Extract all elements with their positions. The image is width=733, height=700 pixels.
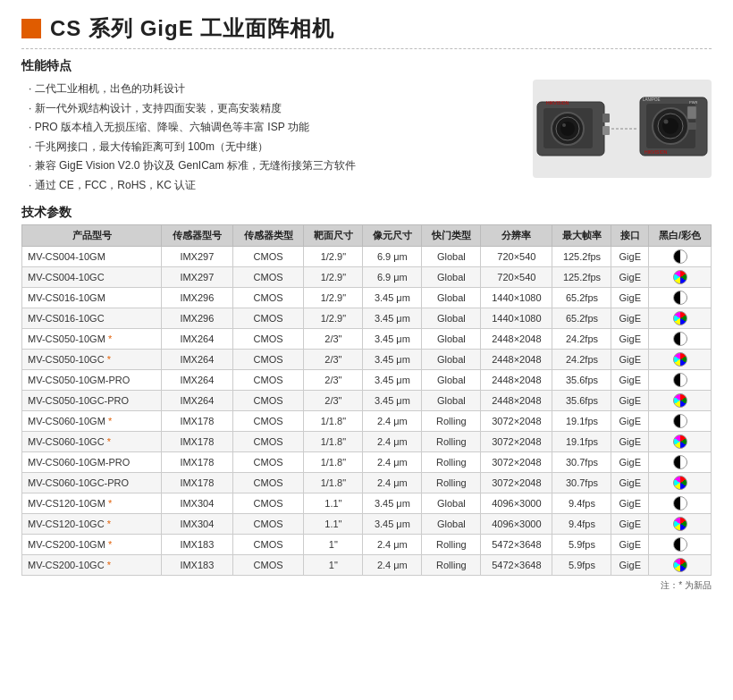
cell-shutter: Global (422, 390, 481, 410)
cell-type: CMOS (232, 390, 304, 410)
cell-pixel: 3.45 μm (363, 328, 422, 349)
new-mark: * (107, 354, 111, 365)
svg-rect-6 (602, 114, 610, 122)
cell-fps: 19.1fps (552, 431, 611, 451)
note-text: 注：* 为新品 (21, 579, 712, 592)
cell-type: CMOS (232, 308, 304, 328)
cell-pixel: 3.45 μm (363, 390, 422, 410)
cell-size: 1" (304, 534, 363, 554)
color-icon (673, 352, 687, 367)
cell-fps: 30.7fps (552, 472, 611, 493)
cell-model: MV-CS050-10GM * (22, 328, 162, 349)
cell-resolution: 2448×2048 (481, 390, 552, 410)
svg-point-14 (664, 120, 669, 124)
cell-color (649, 451, 712, 472)
cell-type: CMOS (232, 410, 304, 431)
cell-model: MV-CS060-10GM * (22, 410, 162, 431)
cell-type: CMOS (232, 349, 304, 369)
table-col-header: 黑白/彩色 (649, 224, 712, 246)
cell-type: CMOS (232, 493, 304, 513)
table-row: MV-CS050-10GC-PROIMX264CMOS2/3"3.45 μmGl… (22, 390, 712, 410)
cell-color (649, 513, 712, 534)
table-row: MV-CS060-10GC *IMX178CMOS1/1.8"2.4 μmRol… (22, 431, 712, 451)
table-row: MV-CS016-10GMIMX296CMOS1/2.9"3.45 μmGlob… (22, 287, 712, 308)
cell-interface: GigE (611, 410, 649, 431)
cell-type: CMOS (232, 266, 304, 287)
cell-color (649, 308, 712, 328)
cell-model: MV-CS060-10GC-PRO (22, 472, 162, 493)
cell-pixel: 2.4 μm (363, 554, 422, 575)
table-row: MV-CS016-10GCIMX296CMOS1/2.9"3.45 μmGlob… (22, 308, 712, 328)
table-row: MV-CS050-10GM-PROIMX264CMOS2/3"3.45 μmGl… (22, 369, 712, 390)
cell-color (649, 431, 712, 451)
bw-icon (673, 496, 687, 510)
feature-item: 二代工业相机，出色的功耗设计 (21, 80, 518, 99)
svg-text:PWR: PWR (689, 100, 697, 105)
specs-table: 产品型号传感器型号传感器类型靶面尺寸像元尺寸快门类型分辨率最大帧率接口黑白/彩色… (21, 224, 712, 576)
cell-fps: 65.2fps (552, 308, 611, 328)
table-row: MV-CS060-10GM *IMX178CMOS1/1.8"2.4 μmRol… (22, 410, 712, 431)
color-icon (673, 434, 687, 449)
cell-pixel: 2.4 μm (363, 534, 422, 554)
new-mark: * (108, 539, 112, 550)
cell-model: MV-CS016-10GC (22, 308, 162, 328)
cell-model: MV-CS004-10GM (22, 246, 162, 266)
table-col-header: 分辨率 (481, 224, 552, 246)
cell-fps: 65.2fps (552, 287, 611, 308)
cell-size: 1/2.9" (304, 246, 363, 266)
cell-size: 2/3" (304, 349, 363, 369)
cell-model: MV-CS050-10GM-PRO (22, 369, 162, 390)
cell-pixel: 3.45 μm (363, 287, 422, 308)
cell-size: 1/1.8" (304, 472, 363, 493)
page-header: CS 系列 GigE 工业面阵相机 (21, 14, 712, 49)
cell-resolution: 720×540 (481, 246, 552, 266)
cell-size: 1/2.9" (304, 266, 363, 287)
cell-sensor: IMX264 (162, 349, 233, 369)
cell-color (649, 266, 712, 287)
camera-svg: HIKVISION LAN/POE PWR HIKVISION (533, 80, 712, 178)
cell-interface: GigE (611, 308, 649, 328)
cell-shutter: Global (422, 513, 481, 534)
cell-type: CMOS (232, 287, 304, 308)
cell-sensor: IMX297 (162, 246, 233, 266)
bw-icon (673, 537, 687, 552)
table-col-header: 快门类型 (422, 224, 481, 246)
cell-shutter: Rolling (422, 554, 481, 575)
cell-model: MV-CS016-10GM (22, 287, 162, 308)
svg-text:LAN/POE: LAN/POE (643, 97, 661, 102)
cell-model: MV-CS200-10GC * (22, 554, 162, 575)
cell-type: CMOS (232, 451, 304, 472)
cell-resolution: 720×540 (481, 266, 552, 287)
new-mark: * (107, 519, 111, 529)
cell-color (649, 493, 712, 513)
cell-model: MV-CS120-10GC * (22, 513, 162, 534)
page-wrapper: CS 系列 GigE 工业面阵相机 性能特点 二代工业相机，出色的功耗设计新一代… (0, 0, 733, 606)
svg-point-5 (562, 123, 566, 127)
cell-pixel: 2.4 μm (363, 451, 422, 472)
bw-icon (673, 332, 687, 346)
cell-sensor: IMX296 (162, 308, 233, 328)
table-head: 产品型号传感器型号传感器类型靶面尺寸像元尺寸快门类型分辨率最大帧率接口黑白/彩色 (22, 224, 712, 246)
cell-shutter: Global (422, 328, 481, 349)
cell-sensor: IMX178 (162, 431, 233, 451)
cell-interface: GigE (611, 493, 649, 513)
cell-shutter: Global (422, 246, 481, 266)
cell-shutter: Global (422, 369, 481, 390)
cell-shutter: Rolling (422, 410, 481, 431)
cell-size: 1/1.8" (304, 451, 363, 472)
cell-fps: 35.6fps (552, 390, 611, 410)
cell-model: MV-CS050-10GC-PRO (22, 390, 162, 410)
cell-interface: GigE (611, 328, 649, 349)
cell-size: 2/3" (304, 390, 363, 410)
feature-item: 通过 CE，FCC，RoHS，KC 认证 (21, 176, 518, 196)
table-row: MV-CS060-10GC-PROIMX178CMOS1/1.8"2.4 μmR… (22, 472, 712, 493)
cell-type: CMOS (232, 369, 304, 390)
table-col-header: 靶面尺寸 (304, 224, 363, 246)
svg-rect-7 (602, 126, 610, 135)
cell-fps: 35.6fps (552, 369, 611, 390)
table-row: MV-CS200-10GM *IMX183CMOS1"2.4 μmRolling… (22, 534, 712, 554)
cell-pixel: 3.45 μm (363, 493, 422, 513)
cell-sensor: IMX264 (162, 369, 233, 390)
cell-sensor: IMX264 (162, 328, 233, 349)
feature-item: PRO 版本植入无损压缩、降噪、六轴调色等丰富 ISP 功能 (21, 118, 518, 138)
